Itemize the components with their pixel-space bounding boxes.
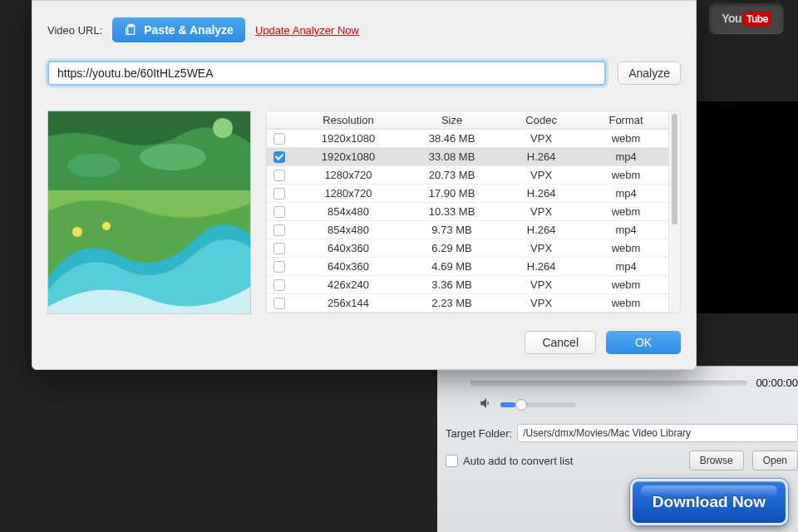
table-row[interactable]: 1920x108033.08 MBH.264mp4 <box>267 148 668 166</box>
target-folder-value: /Users/dmx/Movies/Mac Video Library <box>523 427 691 439</box>
svg-point-5 <box>140 144 206 170</box>
playback-time: 00:00:00 <box>756 377 798 389</box>
cell-resolution: 854x480 <box>292 205 405 218</box>
row-checkbox[interactable] <box>273 133 285 145</box>
cell-format: webm <box>584 169 668 181</box>
row-checkbox[interactable] <box>273 188 285 200</box>
col-format[interactable]: Format <box>584 114 668 126</box>
cell-resolution: 1920x1080 <box>292 150 405 163</box>
table-row[interactable]: 1920x108038.46 MBVPXwebm <box>267 130 668 148</box>
cell-size: 38.46 MB <box>405 132 499 145</box>
cell-codec: VPX <box>499 205 584 218</box>
video-thumbnail <box>47 111 251 314</box>
row-checkbox[interactable] <box>273 298 285 309</box>
cancel-button[interactable]: Cancel <box>525 331 596 354</box>
cell-codec: H.264 <box>499 150 584 163</box>
cell-codec: VPX <box>499 242 584 254</box>
cell-size: 3.36 MB <box>405 278 499 291</box>
cell-resolution: 640x360 <box>292 260 405 273</box>
cell-codec: H.264 <box>499 187 584 200</box>
cell-format: mp4 <box>584 224 668 236</box>
cell-format: webm <box>584 132 668 145</box>
cell-size: 9.73 MB <box>405 224 499 236</box>
table-row[interactable]: 640x3606.29 MBVPXwebm <box>267 239 668 258</box>
svg-rect-1 <box>129 24 133 27</box>
cell-resolution: 1280x720 <box>292 169 405 181</box>
row-checkbox[interactable] <box>273 170 285 181</box>
table-header: Resolution Size Codec Format <box>267 111 668 130</box>
auto-add-label: Auto add to convert list <box>463 455 681 467</box>
download-now-button[interactable]: Download Now <box>630 479 788 525</box>
cell-format: mp4 <box>584 187 668 200</box>
youtube-logo: YouTube <box>709 2 784 34</box>
browse-button[interactable]: Browse <box>689 451 744 470</box>
formats-table: Resolution Size Codec Format 1920x108038… <box>266 111 681 313</box>
cell-size: 6.29 MB <box>405 242 499 254</box>
volume-slider[interactable] <box>500 402 575 407</box>
table-row[interactable]: 854x48010.33 MBVPXwebm <box>267 203 668 221</box>
cell-codec: H.264 <box>499 260 584 273</box>
open-button[interactable]: Open <box>752 451 798 470</box>
target-folder-label: Target Folder: <box>446 427 512 440</box>
cell-resolution: 426x240 <box>292 278 405 291</box>
table-row[interactable]: 256x1442.23 MBVPXwebm <box>267 294 668 313</box>
analyze-button[interactable]: Analyze <box>618 62 681 85</box>
cell-resolution: 1920x1080 <box>292 132 405 145</box>
row-checkbox[interactable] <box>273 224 285 236</box>
bottom-panel: 00:00:00 Target Folder: /Users/dmx/Movie… <box>437 366 798 532</box>
cell-codec: VPX <box>499 132 584 145</box>
row-checkbox[interactable] <box>273 279 285 291</box>
analyzer-dialog: Video URL: Paste & Analyze Update Analyz… <box>32 0 697 370</box>
cell-format: webm <box>584 205 668 218</box>
video-url-input[interactable] <box>47 61 606 86</box>
cell-resolution: 640x360 <box>292 242 405 254</box>
cell-resolution: 256x144 <box>292 297 405 309</box>
cell-format: mp4 <box>584 150 668 163</box>
cell-format: mp4 <box>584 260 668 273</box>
col-size[interactable]: Size <box>405 114 499 126</box>
cell-size: 2.23 MB <box>405 297 499 309</box>
ok-button[interactable]: OK <box>606 331 681 354</box>
speaker-icon[interactable] <box>479 396 494 414</box>
cell-size: 20.73 MB <box>405 169 499 181</box>
target-folder-field[interactable]: /Users/dmx/Movies/Mac Video Library <box>517 424 798 442</box>
svg-point-7 <box>72 227 82 237</box>
video-url-label: Video URL: <box>47 24 102 37</box>
row-checkbox[interactable] <box>273 206 285 218</box>
cell-format: webm <box>584 242 668 254</box>
col-codec[interactable]: Codec <box>499 114 584 126</box>
cell-size: 17.90 MB <box>405 187 499 200</box>
paste-analyze-label: Paste & Analyze <box>144 23 234 37</box>
cell-codec: VPX <box>499 297 584 309</box>
cell-codec: VPX <box>499 169 584 181</box>
table-row[interactable]: 1280x72020.73 MBVPXwebm <box>267 166 668 185</box>
svg-point-4 <box>67 154 121 177</box>
cell-format: webm <box>584 297 668 309</box>
youtube-you: You <box>722 12 741 25</box>
cell-size: 33.08 MB <box>405 150 499 163</box>
clipboard-icon <box>124 23 137 37</box>
youtube-tube: Tube <box>743 12 771 27</box>
table-row[interactable]: 854x4809.73 MBH.264mp4 <box>267 221 668 239</box>
update-analyzer-link[interactable]: Update Analyzer Now <box>255 24 359 37</box>
svg-point-6 <box>213 118 233 138</box>
table-scrollbar[interactable] <box>668 111 680 313</box>
row-checkbox[interactable] <box>273 261 285 273</box>
cell-resolution: 1280x720 <box>292 187 405 200</box>
table-row[interactable]: 426x2403.36 MBVPXwebm <box>267 276 668 294</box>
table-row[interactable]: 1280x72017.90 MBH.264mp4 <box>267 185 668 203</box>
cell-size: 4.69 MB <box>405 260 499 273</box>
svg-point-8 <box>102 222 111 230</box>
row-checkbox[interactable] <box>273 243 285 254</box>
col-resolution[interactable]: Resolution <box>292 114 405 126</box>
paste-analyze-button[interactable]: Paste & Analyze <box>112 17 245 42</box>
row-checkbox[interactable] <box>273 151 285 163</box>
preview-area <box>697 101 798 313</box>
cell-resolution: 854x480 <box>292 224 405 236</box>
cell-format: webm <box>584 278 668 291</box>
table-row[interactable]: 640x3604.69 MBH.264mp4 <box>267 258 668 276</box>
playback-track[interactable] <box>470 381 747 386</box>
auto-add-checkbox[interactable] <box>446 455 458 467</box>
cell-codec: VPX <box>499 278 584 291</box>
cell-codec: H.264 <box>499 224 584 236</box>
